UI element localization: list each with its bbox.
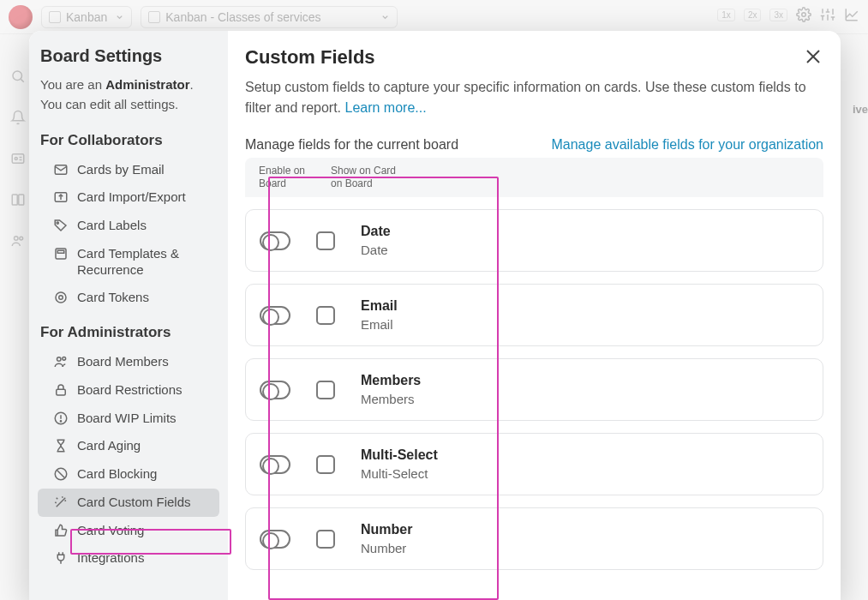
manage-current-label: Manage fields for the current board [245,137,458,153]
field-row-date: Date Date [245,209,823,272]
svg-rect-27 [57,250,64,253]
nav-label: Card Aging [77,438,141,454]
lock-icon [53,382,69,398]
page-description-text: Setup custom fields to capture your spec… [245,80,806,115]
field-row-multi-select: Multi-Select Multi-Select [245,433,823,495]
settings-sidebar: Board Settings You are an Administrator.… [29,31,228,600]
field-type: Number [361,541,412,555]
nav-label: Cards by Email [77,162,165,178]
members-icon [53,354,69,369]
field-text: Multi-Select Multi-Select [361,447,438,481]
field-type: Date [361,243,391,257]
svg-point-29 [59,296,63,300]
nav-card-import-export[interactable]: Card Import/Export [38,183,219,212]
col-enable-header: Enable on Board [259,165,312,190]
manage-row: Manage fields for the current board Mana… [245,137,823,153]
token-icon [53,290,69,305]
field-row-email: Email Email [245,284,823,346]
hourglass-icon [53,438,69,453]
enable-toggle[interactable] [260,455,290,474]
sidebar-sub-prefix: You are an [40,77,105,92]
learn-more-link[interactable]: Learn more... [345,100,427,115]
nav-label: Card Voting [77,523,144,539]
enable-toggle[interactable] [260,381,290,399]
alert-icon [53,411,69,426]
svg-point-35 [60,420,61,421]
column-headers: Enable on Board Show on Card on Board [245,158,823,197]
show-on-card-checkbox[interactable] [316,381,335,399]
sidebar-subtitle: You are an Administrator. You can edit a… [38,75,219,120]
nav-card-labels[interactable]: Card Labels [38,212,219,240]
field-name: Email [361,298,398,314]
page-title: Custom Fields [245,46,823,69]
field-name: Multi-Select [361,447,438,463]
field-text: Members Members [361,373,421,406]
nav-label: Card Tokens [77,290,149,306]
field-text: Date Date [361,224,391,257]
field-name: Date [361,224,391,239]
section-administrators: For Administrators [38,312,219,348]
enable-toggle[interactable] [260,231,290,250]
svg-line-37 [57,471,65,478]
svg-point-28 [56,292,66,303]
show-on-card-checkbox[interactable] [316,306,335,325]
enable-toggle[interactable] [260,530,290,549]
nav-board-restrictions[interactable]: Board Restrictions [38,376,219,405]
field-type: Members [361,392,421,406]
field-name: Number [361,522,412,537]
sidebar-sub-role: Administrator [105,77,189,92]
nav-label: Board Members [77,354,169,370]
nav-label: Integrations [77,550,144,567]
nav-board-wip-limits[interactable]: Board WIP Limits [38,405,219,433]
field-text: Number Number [361,522,412,555]
col-show-header: Show on Card on Board [331,165,399,190]
settings-modal: Board Settings You are an Administrator.… [29,31,841,600]
nav-card-aging[interactable]: Card Aging [38,432,219,460]
settings-main: Custom Fields Setup custom fields to cap… [228,31,841,600]
thumbs-up-icon [53,523,69,538]
nav-card-voting[interactable]: Card Voting [38,517,219,545]
svg-point-30 [57,357,62,362]
sidebar-title: Board Settings [38,46,219,66]
nav-label: Board WIP Limits [77,411,177,427]
nav-label: Card Templates & Recurrence [77,246,213,279]
nav-card-custom-fields[interactable]: Card Custom Fields [38,489,219,517]
nav-integrations[interactable]: Integrations [38,544,219,573]
close-button[interactable] [803,46,823,67]
field-row-number: Number Number [245,507,823,570]
plug-icon [53,550,69,566]
show-on-card-checkbox[interactable] [316,530,335,549]
nav-label: Board Restrictions [77,382,183,399]
svg-point-31 [63,357,66,360]
svg-point-25 [57,222,58,224]
field-name: Members [361,373,421,388]
nav-board-members[interactable]: Board Members [38,348,219,376]
nav-card-blocking[interactable]: Card Blocking [38,460,219,489]
section-collaborators: For Collaborators [38,120,219,156]
nav-label: Card Custom Fields [77,495,191,511]
field-text: Email Email [361,298,398,332]
show-on-card-checkbox[interactable] [316,231,335,250]
magic-wand-icon [53,495,69,510]
nav-card-templates[interactable]: Card Templates & Recurrence [38,240,219,285]
template-icon [53,246,69,261]
envelope-icon [53,162,69,177]
field-row-members: Members Members [245,358,823,421]
manage-org-link[interactable]: Manage available fields for your organiz… [551,137,823,153]
field-type: Email [361,317,398,332]
svg-rect-32 [57,389,66,395]
show-on-card-checkbox[interactable] [316,455,335,474]
page-description: Setup custom fields to capture your spec… [245,77,811,118]
enable-toggle[interactable] [260,306,290,325]
nav-label: Card Import/Export [77,189,186,206]
nav-label: Card Labels [77,218,147,234]
nav-cards-by-email[interactable]: Cards by Email [38,156,219,184]
nav-label: Card Blocking [77,466,157,483]
nav-card-tokens[interactable]: Card Tokens [38,284,219,312]
tag-icon [53,218,69,233]
field-type: Multi-Select [361,466,438,481]
import-export-icon [53,189,69,205]
block-icon [53,466,69,482]
